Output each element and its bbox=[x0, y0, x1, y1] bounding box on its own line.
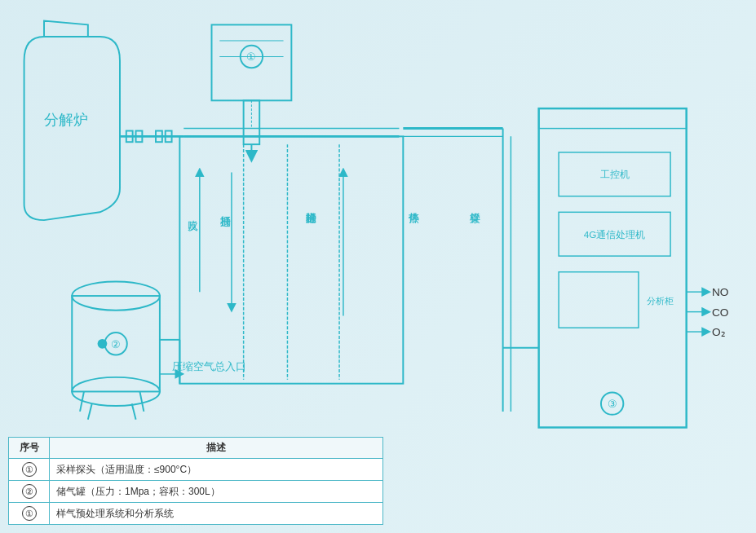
svg-line-28 bbox=[139, 391, 144, 411]
table-row: ① 采样探头（适用温度：≤900°C） bbox=[9, 459, 383, 481]
table-cell-desc-2: 储气罐（压力：1Mpa；容积：300L） bbox=[50, 481, 383, 503]
row-id-2: ② bbox=[22, 484, 37, 499]
label-analyzer: 分析柜 bbox=[647, 296, 674, 306]
label-circle-1: ① bbox=[246, 51, 256, 63]
table-cell-desc-3: 样气预处理系统和分析系统 bbox=[50, 503, 383, 525]
furnace-body bbox=[24, 37, 120, 220]
table-header-id: 序号 bbox=[9, 438, 50, 459]
label-heat-trace: 伴热带 bbox=[408, 213, 418, 224]
label-compressed-air: 压缩空气总入口 bbox=[172, 360, 246, 372]
display-box bbox=[559, 272, 639, 328]
row-id-1: ① bbox=[22, 462, 37, 477]
label-rod-out: 捅杆退 bbox=[219, 216, 231, 227]
label-NO: NO bbox=[712, 286, 729, 298]
table-cell-id-3: ① bbox=[9, 503, 50, 525]
row-id-3: ① bbox=[22, 506, 37, 521]
table-cell-id-2: ② bbox=[9, 481, 50, 503]
label-computer: 工控机 bbox=[600, 169, 630, 179]
furnace-label: 分解炉 bbox=[44, 112, 88, 128]
table-body: ① 采样探头（适用温度：≤900°C） ② 储气罐（压力：1Mpa；容积：300… bbox=[9, 459, 383, 525]
label-CO: CO bbox=[712, 306, 729, 319]
diagram-svg: 分解炉 ① bbox=[8, 8, 748, 440]
analyzer-cabinet bbox=[539, 108, 687, 427]
svg-line-29 bbox=[132, 403, 136, 420]
label-circle-3: ③ bbox=[608, 398, 617, 410]
table-header-desc: 描述 bbox=[50, 438, 383, 459]
svg-line-27 bbox=[88, 403, 92, 420]
table-cell-desc-1: 采样探头（适用温度：≤900°C） bbox=[50, 459, 383, 481]
label-dust-rod: 除尘捅杆进 bbox=[305, 213, 316, 223]
main-equipment-box bbox=[179, 136, 403, 383]
table-row: ② 储气罐（压力：1Mpa；容积：300L） bbox=[9, 481, 383, 503]
main-container: 分解炉 ① bbox=[0, 0, 756, 533]
label-sample-tube: 采样管 bbox=[469, 213, 480, 224]
label-blowback: 反吹 bbox=[187, 220, 197, 231]
table-row: ① 样气预处理系统和分析系统 bbox=[9, 503, 383, 525]
svg-rect-22 bbox=[539, 108, 687, 128]
label-comm: 4G通信处理机 bbox=[584, 229, 646, 240]
table-cell-id: ① bbox=[9, 459, 50, 481]
label-O2: O₂ bbox=[712, 326, 726, 338]
diagram-area: 分解炉 ① bbox=[8, 8, 748, 440]
label-circle-2: ② bbox=[111, 338, 121, 350]
info-table: 序号 描述 ① 采样探头（适用温度：≤900°C） ② 储气罐（压力：1Mpa；… bbox=[8, 437, 383, 525]
